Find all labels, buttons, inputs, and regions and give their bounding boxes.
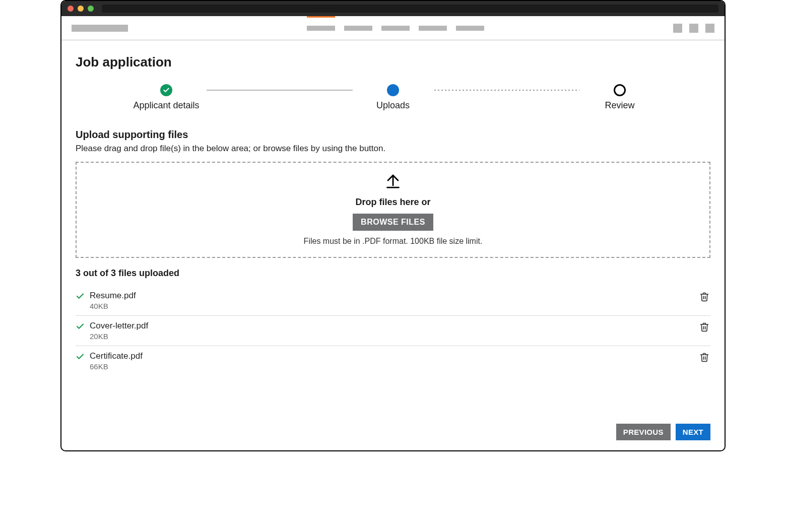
progress-stepper: Applicant details Uploads Review [126, 84, 660, 111]
upload-icon [384, 172, 402, 191]
toolbar-icons [673, 24, 714, 33]
file-row: Cover-letter.pdf 20KB [76, 316, 710, 346]
main-content: Job application Applicant details Upload… [61, 40, 725, 450]
page-title: Job application [76, 54, 710, 70]
nav-item[interactable] [456, 26, 484, 31]
step-applicant-details[interactable]: Applicant details [126, 84, 207, 111]
maximize-window-button[interactable] [88, 6, 94, 12]
address-bar[interactable] [102, 5, 718, 13]
window-controls [68, 6, 94, 12]
app-window: Job application Applicant details Upload… [60, 0, 726, 451]
nav-item[interactable] [419, 26, 447, 31]
file-size: 40KB [90, 302, 693, 310]
close-window-button[interactable] [68, 6, 74, 12]
trash-icon [699, 356, 709, 364]
trash-icon [699, 326, 709, 334]
toolbar-icon[interactable] [673, 24, 682, 33]
upload-hint: Files must be in .PDF format. 100KB file… [304, 237, 483, 246]
file-name: Cover-letter.pdf [90, 321, 693, 331]
check-circle-icon [160, 84, 172, 96]
wizard-actions: PREVIOUS NEXT [76, 414, 710, 440]
toolbar-icon[interactable] [689, 24, 698, 33]
upload-section-description: Please drag and drop file(s) in the belo… [76, 144, 710, 154]
toolbar-icon[interactable] [705, 24, 714, 33]
step-uploads[interactable]: Uploads [353, 84, 433, 111]
upload-status: 3 out of 3 files uploaded [76, 268, 710, 279]
file-size: 66KB [90, 362, 693, 371]
step-label: Uploads [376, 100, 410, 111]
window-titlebar [61, 1, 725, 16]
trash-icon [699, 296, 709, 303]
previous-button[interactable]: PREVIOUS [616, 424, 671, 440]
delete-file-button[interactable] [698, 291, 710, 304]
nav-item[interactable] [344, 26, 372, 31]
step-review[interactable]: Review [579, 84, 660, 111]
nav-links [307, 26, 484, 31]
check-icon [76, 322, 85, 333]
file-name: Certificate.pdf [90, 351, 693, 361]
nav-item[interactable] [381, 26, 410, 31]
file-row: Certificate.pdf 66KB [76, 346, 710, 376]
check-icon [76, 352, 85, 363]
browse-files-button[interactable]: BROWSE FILES [353, 214, 433, 231]
upload-section-title: Upload supporting files [76, 129, 710, 141]
step-label: Applicant details [133, 100, 199, 111]
dropzone-text: Drop files here or [355, 197, 430, 208]
top-navigation [61, 16, 725, 40]
uploaded-files-list: Resume.pdf 40KB Cover-letter.pdf 20KB [76, 286, 710, 376]
check-icon [76, 292, 85, 303]
active-step-icon [387, 84, 399, 96]
minimize-window-button[interactable] [78, 6, 84, 12]
step-label: Review [605, 100, 634, 111]
file-row: Resume.pdf 40KB [76, 286, 710, 316]
file-dropzone[interactable]: Drop files here or BROWSE FILES Files mu… [76, 162, 710, 258]
step-connector [207, 90, 353, 91]
next-button[interactable]: NEXT [676, 424, 710, 440]
nav-item[interactable] [307, 26, 335, 31]
pending-step-icon [614, 84, 626, 96]
delete-file-button[interactable] [698, 351, 710, 365]
delete-file-button[interactable] [698, 321, 710, 335]
logo[interactable] [72, 25, 128, 32]
file-size: 20KB [90, 332, 693, 341]
file-name: Resume.pdf [90, 291, 693, 301]
step-connector [433, 90, 579, 91]
